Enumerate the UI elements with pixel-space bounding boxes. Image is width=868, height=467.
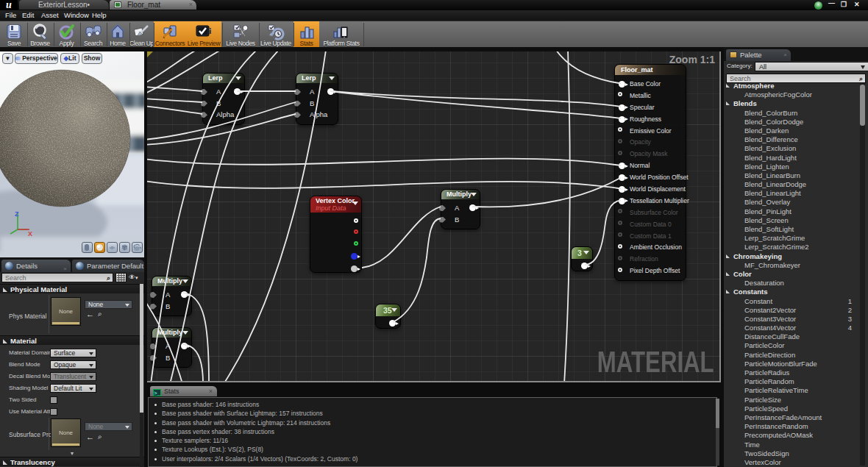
svg-text:X: X	[28, 230, 32, 237]
svg-text:Z: Z	[15, 210, 19, 218]
